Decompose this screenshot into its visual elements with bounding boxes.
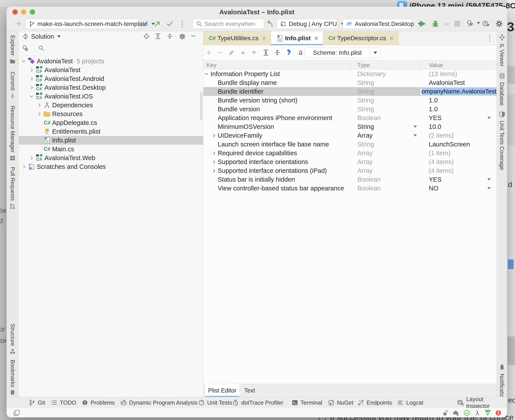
update-project-icon[interactable] — [141, 20, 149, 28]
scheme-dropdown-arrow[interactable] — [370, 48, 381, 57]
lambda-icon[interactable]: λ — [473, 409, 481, 417]
debug-button[interactable] — [432, 20, 439, 28]
plist-value[interactable]: NO — [429, 185, 439, 192]
hide-panel-icon[interactable]: − — [191, 33, 196, 39]
collapse-all-icon[interactable] — [166, 33, 173, 40]
column-header-value[interactable]: Value — [429, 62, 443, 69]
plist-value[interactable]: YES — [429, 114, 441, 122]
tool-window-tab-bookmarks[interactable]: Bookmarks — [7, 360, 18, 397]
plist-row-information-property-list[interactable]: Information Property ListDictionary(13 i… — [203, 69, 497, 78]
tree-item-avaloniatest-web[interactable]: C#AvaloniaTest.Web — [19, 153, 203, 162]
search-tree-icon[interactable] — [38, 45, 45, 52]
plist-row-uidevicefamily[interactable]: UIDeviceFamilyArray(2 items) — [203, 131, 497, 140]
tree-chevron-right-icon[interactable] — [28, 154, 35, 161]
editor-tab-infoplist[interactable]: Info.plist × — [271, 31, 323, 45]
value-dropdown-icon[interactable] — [487, 187, 491, 189]
close-icon[interactable]: × — [262, 35, 266, 42]
select-opened-file-icon[interactable] — [22, 45, 29, 52]
editor-tab-typeutilities[interactable]: C# TypeUtilities.cs × — [203, 31, 271, 45]
plist-row-view-controller-based-status-bar-appearance[interactable]: View controller-based status bar appeara… — [203, 184, 497, 193]
plist-row-bundle-version-string-short[interactable]: Bundle version string (short)String1.0 — [203, 96, 497, 105]
plist-value[interactable]: (2 items) — [429, 132, 454, 139]
error-notification-icon[interactable] — [494, 409, 502, 417]
statusbar-item-problems[interactable]: Problems — [81, 397, 115, 408]
plist-value[interactable]: 1.0 — [429, 97, 438, 104]
tree-chevron-down-icon[interactable] — [20, 58, 27, 65]
plist-type[interactable]: Array — [357, 132, 373, 139]
plist-type[interactable]: Boolean — [357, 114, 381, 122]
plist-row-status-bar-is-initially-hidden[interactable]: Status bar is initially hiddenBooleanYES — [203, 175, 497, 184]
plist-value[interactable]: AvaloniaTest — [429, 79, 465, 86]
plist-value[interactable]: (4 items) — [429, 167, 454, 174]
collapse-all-icon[interactable] — [273, 49, 281, 57]
tool-window-tab-explorer[interactable]: Explorer — [7, 35, 18, 65]
chevron-down-icon[interactable] — [475, 22, 480, 24]
tree-item-scratches-and-consoles[interactable]: Scratches and Consoles — [19, 162, 203, 171]
checks-passed-icon[interactable] — [463, 409, 471, 417]
window-layouts-icon[interactable] — [13, 409, 21, 417]
tool-window-tab-structure[interactable]: Structure — [7, 324, 18, 356]
plist-type[interactable]: Array — [357, 158, 373, 165]
tool-window-tab-database[interactable]: Database — [497, 73, 507, 106]
statusbar-item-unit-tests[interactable]: Unit Tests — [198, 397, 232, 408]
tree-item-entitlements-plist[interactable]: Entitlements.plist — [19, 127, 203, 136]
column-header-key[interactable]: Key — [207, 62, 216, 69]
tree-item-main-cs[interactable]: C#Main.cs — [19, 145, 203, 153]
plist-type[interactable]: String — [357, 97, 374, 104]
plist-value[interactable]: (1 item) — [429, 150, 450, 157]
tool-window-tab-il-viewer[interactable]: IL Viewer — [497, 34, 507, 66]
plist-row-application-requires-iphone-environment[interactable]: Application requires iPhone environmentB… — [203, 113, 497, 122]
row-chevron-down-icon[interactable] — [204, 71, 209, 77]
statusbar-item-endpoints[interactable]: Endpoints — [357, 397, 392, 408]
run-configuration-selector[interactable]: Debug | Any CPU — [277, 19, 337, 29]
plist-type[interactable]: String — [357, 123, 374, 130]
tree-chevron-right-icon[interactable] — [35, 102, 42, 109]
tree-item-resources[interactable]: Resources — [19, 110, 203, 118]
expand-all-icon[interactable] — [155, 33, 161, 40]
tree-chevron-down-icon[interactable] — [28, 93, 35, 100]
tree-item-avaloniatest[interactable]: AvaloniaTest · 5 projects — [19, 57, 203, 66]
plist-value[interactable]: LaunchScreen — [429, 141, 470, 148]
editor-tab-typedescriptor[interactable]: C# TypeDescriptor.cs × — [323, 31, 398, 45]
tree-chevron-right-icon[interactable] — [28, 84, 35, 91]
v-badge-icon[interactable] — [484, 409, 492, 417]
plist-type[interactable]: Dictionary — [357, 70, 386, 78]
tab-text[interactable]: Text — [239, 384, 260, 397]
plist-row-required-device-capabilities[interactable]: Required device capabilitiesArray(1 item… — [203, 149, 497, 158]
row-chevron-right-icon[interactable] — [211, 168, 216, 174]
plist-type[interactable]: Array — [357, 167, 373, 174]
value-dropdown-icon[interactable] — [487, 117, 491, 119]
plist-row-minimumosversion[interactable]: MinimumOSVersionString10.0 — [203, 122, 497, 131]
forward-arrow-icon[interactable] — [14, 20, 22, 28]
plist-type[interactable]: Boolean — [357, 185, 381, 192]
tool-window-tab-resource-manager[interactable]: Resource Manager — [7, 106, 18, 162]
tree-item-avaloniatest-ios[interactable]: C#AvaloniaTest.iOS — [19, 92, 203, 101]
close-icon[interactable]: × — [314, 35, 318, 42]
solution-view-selector[interactable]: Solution − — [19, 31, 203, 42]
statusbar-item-layout-inspector[interactable]: Layout Inspector — [457, 397, 507, 408]
row-chevron-right-icon[interactable] — [211, 150, 216, 156]
plist-type[interactable]: String — [357, 79, 374, 86]
plist-value[interactable]: 1.0 — [429, 105, 438, 113]
locate-file-icon[interactable] — [143, 33, 150, 40]
plist-row-bundle-display-name[interactable]: Bundle display nameStringAvaloniaTest — [203, 78, 497, 87]
statusbar-item-nuget[interactable]: NuGet — [328, 397, 353, 408]
options-gear-icon[interactable] — [179, 33, 186, 40]
row-chevron-right-icon[interactable] — [211, 133, 216, 139]
bundle-identifier-value-input[interactable]: ompanyName.AvaloniaTest — [421, 88, 495, 95]
localization-icon[interactable]: ä — [297, 49, 305, 57]
profile-history-icon[interactable] — [482, 20, 490, 28]
statusbar-item-logcat[interactable]: Logcat — [397, 397, 423, 408]
push-commits-icon[interactable] — [154, 20, 161, 28]
type-dropdown-icon[interactable] — [413, 126, 417, 128]
plist-value[interactable]: (4 items) — [429, 158, 454, 165]
tree-item-appdelegate-cs[interactable]: C#AppDelegate.cs — [19, 118, 203, 127]
close-icon[interactable]: × — [390, 35, 394, 42]
tab-plist-editor[interactable]: Plist Editor — [205, 384, 239, 397]
type-dropdown-icon[interactable] — [413, 134, 417, 136]
tree-scrollbar-thumb[interactable] — [200, 92, 202, 120]
tree-item-avaloniatest-android[interactable]: C#AvaloniaTest.Android — [19, 74, 203, 83]
plist-row-supported-interface-orientations-ipad[interactable]: Supported interface orientations (iPad)A… — [203, 166, 497, 175]
tree-chevron-right-icon[interactable] — [28, 66, 35, 74]
plist-type[interactable]: String — [357, 105, 374, 113]
